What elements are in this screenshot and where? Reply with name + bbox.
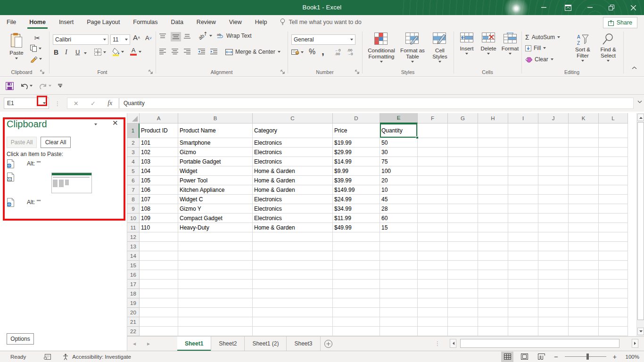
cell-G13[interactable] bbox=[448, 242, 478, 251]
cell-H2[interactable] bbox=[478, 138, 508, 148]
cell-K18[interactable] bbox=[569, 289, 599, 298]
cell-E19[interactable] bbox=[380, 298, 418, 308]
cell-J10[interactable] bbox=[538, 214, 569, 223]
cell-A20[interactable] bbox=[140, 308, 178, 317]
cell-L12[interactable] bbox=[599, 232, 628, 242]
cell-L9[interactable] bbox=[599, 204, 628, 214]
middle-align-button[interactable] bbox=[171, 32, 181, 41]
cell-F18[interactable] bbox=[418, 289, 448, 298]
decrease-indent-button[interactable] bbox=[198, 49, 205, 55]
cell-K13[interactable] bbox=[569, 242, 599, 251]
cell-H5[interactable] bbox=[478, 166, 508, 176]
increase-font-size-button[interactable]: A˄ bbox=[133, 33, 140, 41]
cell-J15[interactable] bbox=[538, 261, 569, 270]
cell-K3[interactable] bbox=[569, 148, 599, 157]
number-format-combo[interactable]: General bbox=[291, 34, 355, 45]
cell-D4[interactable]: $14.99 bbox=[333, 157, 380, 166]
cell-F4[interactable] bbox=[418, 157, 448, 166]
cell-B2[interactable]: Smartphone bbox=[178, 138, 253, 148]
row-header-21[interactable]: 21 bbox=[127, 317, 140, 327]
cell-I7[interactable] bbox=[508, 185, 538, 195]
cell-B15[interactable] bbox=[178, 261, 253, 270]
cell-G16[interactable] bbox=[448, 270, 478, 280]
cell-C3[interactable]: Electronics bbox=[253, 148, 333, 157]
cell-F9[interactable] bbox=[418, 204, 448, 214]
cell-F21[interactable] bbox=[418, 317, 448, 327]
cell-H21[interactable] bbox=[478, 317, 508, 327]
orientation-button[interactable]: ab↗ bbox=[198, 33, 212, 39]
cell-E8[interactable]: 45 bbox=[380, 195, 418, 204]
top-align-button[interactable] bbox=[159, 33, 166, 40]
cell-D8[interactable]: $24.99 bbox=[333, 195, 380, 204]
cell-I20[interactable] bbox=[508, 308, 538, 317]
cell-G21[interactable] bbox=[448, 317, 478, 327]
minimize-icon[interactable] bbox=[579, 0, 601, 15]
ribbon-display-options-icon[interactable] bbox=[557, 0, 579, 15]
cell-K15[interactable] bbox=[569, 261, 599, 270]
cell-E4[interactable]: 75 bbox=[380, 157, 418, 166]
cell-F15[interactable] bbox=[418, 261, 448, 270]
cell-D6[interactable]: $39.99 bbox=[333, 176, 380, 185]
cell-H13[interactable] bbox=[478, 242, 508, 251]
cell-E15[interactable] bbox=[380, 261, 418, 270]
cell-I8[interactable] bbox=[508, 195, 538, 204]
cell-C17[interactable] bbox=[253, 280, 333, 289]
cut-button[interactable]: ✂ bbox=[32, 33, 42, 43]
cell-styles-button[interactable]: Cell Styles bbox=[428, 33, 452, 63]
cell-J1[interactable] bbox=[538, 123, 569, 138]
cell-I4[interactable] bbox=[508, 157, 538, 166]
cell-E9[interactable]: 28 bbox=[380, 204, 418, 214]
cell-D20[interactable] bbox=[333, 308, 380, 317]
cell-B10[interactable]: Compact Gadget bbox=[178, 214, 253, 223]
cell-C20[interactable] bbox=[253, 308, 333, 317]
cell-C7[interactable]: Home & Garden bbox=[253, 185, 333, 195]
cell-I12[interactable] bbox=[508, 232, 538, 242]
sheet-tab-sheet2[interactable]: Sheet2 bbox=[211, 337, 245, 351]
cell-G3[interactable] bbox=[448, 148, 478, 157]
increase-indent-button[interactable] bbox=[210, 49, 217, 55]
cell-C10[interactable]: Electronics bbox=[253, 214, 333, 223]
cell-L15[interactable] bbox=[599, 261, 628, 270]
cell-J17[interactable] bbox=[538, 280, 569, 289]
cell-H12[interactable] bbox=[478, 232, 508, 242]
share-button[interactable]: Share bbox=[603, 17, 637, 28]
cell-A10[interactable]: 109 bbox=[140, 214, 178, 223]
align-left-button[interactable] bbox=[159, 49, 166, 55]
sheet-tab-sheet3[interactable]: Sheet3 bbox=[287, 337, 320, 351]
cell-K20[interactable] bbox=[569, 308, 599, 317]
sheet-nav-left-icon[interactable]: ◂ bbox=[127, 337, 141, 351]
cell-B14[interactable] bbox=[178, 251, 253, 261]
cell-F5[interactable] bbox=[418, 166, 448, 176]
row-header-3[interactable]: 3 bbox=[127, 148, 140, 157]
cell-J13[interactable] bbox=[538, 242, 569, 251]
cell-D10[interactable]: $11.99 bbox=[333, 214, 380, 223]
clipboard-item-2[interactable] bbox=[7, 173, 92, 193]
redo-button[interactable] bbox=[39, 82, 51, 90]
cell-F7[interactable] bbox=[418, 185, 448, 195]
cell-B16[interactable] bbox=[178, 270, 253, 280]
cell-D22[interactable] bbox=[333, 327, 380, 336]
clipboard-item-3[interactable]: Alt: "" bbox=[7, 198, 41, 207]
cell-I3[interactable] bbox=[508, 148, 538, 157]
cell-I11[interactable] bbox=[508, 223, 538, 232]
vertical-scroll-thumb[interactable] bbox=[637, 122, 644, 320]
cell-K9[interactable] bbox=[569, 204, 599, 214]
cell-A7[interactable]: 106 bbox=[140, 185, 178, 195]
fill-button[interactable]: Fill bbox=[525, 45, 546, 51]
cell-A12[interactable] bbox=[140, 232, 178, 242]
cell-B20[interactable] bbox=[178, 308, 253, 317]
cell-L17[interactable] bbox=[599, 280, 628, 289]
zoom-in-icon[interactable]: + bbox=[611, 353, 619, 361]
cell-H22[interactable] bbox=[478, 327, 508, 336]
cell-A4[interactable]: 103 bbox=[140, 157, 178, 166]
cell-I1[interactable] bbox=[508, 123, 538, 138]
cell-D2[interactable]: $19.99 bbox=[333, 138, 380, 148]
cell-F13[interactable] bbox=[418, 242, 448, 251]
underline-button[interactable]: U bbox=[75, 49, 80, 56]
tab-file[interactable]: File bbox=[0, 15, 23, 30]
row-header-17[interactable]: 17 bbox=[127, 280, 140, 289]
cell-D16[interactable] bbox=[333, 270, 380, 280]
cell-J19[interactable] bbox=[538, 298, 569, 308]
select-all-corner[interactable] bbox=[127, 113, 140, 123]
cell-H10[interactable] bbox=[478, 214, 508, 223]
